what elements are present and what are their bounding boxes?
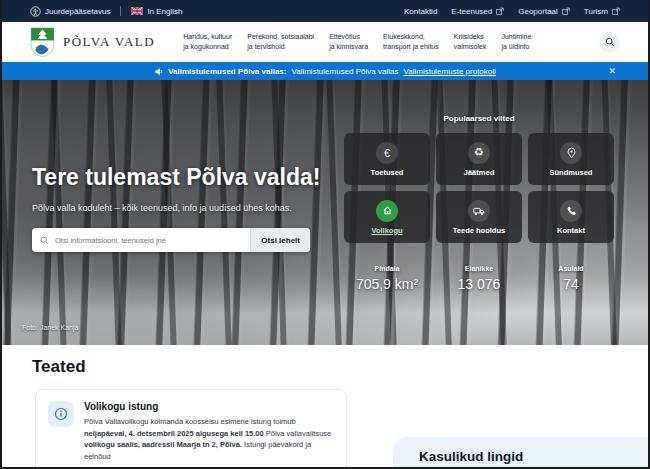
tile-jaatmed[interactable]: ♻ Jäätmed [436,133,522,185]
close-icon[interactable]: ✕ [608,67,616,76]
teated-heading: Teated [32,357,86,377]
home-icon [376,200,398,222]
megaphone-icon [154,67,163,76]
info-icon [48,401,74,427]
tile-teede-hooldus[interactable]: Teede hooldus [436,191,522,243]
hero-search-input[interactable] [49,236,250,245]
photo-credit: Foto: Janek Kanja [22,324,78,331]
news-card[interactable]: Volikogu istung Põlva Vallavolikogu kolm… [35,389,347,469]
language-label: In English [147,7,182,16]
topbar-link-turism[interactable]: Turism [584,7,620,16]
content-section: Teated Volikogu istung Põlva Vallavoliko… [2,345,648,469]
tile-grid: € Toetused ♻ Jäätmed Sündmused [344,133,614,243]
hero-title: Tere tulemast Põlva valda! [32,164,320,191]
tile-kontakt[interactable]: Kontakt [528,191,614,243]
nav-perekond[interactable]: Perekond, sotsiaalabija tervishoid [247,32,314,53]
recycle-icon: ♻ [468,142,490,164]
stat-pindala: Pindala 705,9 km² [344,265,430,292]
tile-sundmused[interactable]: Sündmused [528,133,614,185]
stat-elanikke: Elanikke 13 076 [436,265,522,292]
accessibility-label: Juurdepääsetavus [45,7,110,16]
search-icon [40,236,49,245]
uk-flag-icon [131,7,143,15]
truck-icon [468,200,490,222]
external-link-icon [562,7,570,15]
tile-volikogu[interactable]: Volikogu [344,191,430,243]
topbar-link-eteenused[interactable]: E-teenused [451,7,504,16]
popular-links-label: Populaarsed viited [344,114,614,123]
coat-of-arms-icon [30,27,55,58]
header-search-button[interactable] [599,32,620,53]
nav-haridus[interactable]: Haridus, kultuurja kogukonnad [183,32,232,53]
page: Juurdepääsetavus In English Kontaktid E-… [0,0,650,469]
stat-asulaid: Asulaid 74 [528,265,614,292]
phone-icon [560,200,582,222]
logo[interactable]: PÕLVA VALD [30,27,155,58]
euro-icon: € [376,142,398,164]
logo-text: PÕLVA VALD [63,34,155,50]
announcement-text: Valimistulemused Põlva vallas [291,67,398,76]
useful-links-panel: Kasulikud lingid [393,437,648,469]
topbar: Juurdepääsetavus In English Kontaktid E-… [2,0,648,22]
announcement-link[interactable]: Valimistulemuste protokoll [403,67,495,76]
header: PÕLVA VALD Haridus, kultuurja kogukonnad… [2,22,648,62]
main-nav: Haridus, kultuurja kogukonnad Perekond, … [183,32,589,53]
search-site-button[interactable]: Otsi lehelt [250,228,310,252]
stats-row: Pindala 705,9 km² Elanikke 13 076 Asulai… [344,265,614,292]
nav-elukeskkond[interactable]: Elukeskkond,transport ja ehitus [383,32,439,53]
hero-subtitle: Põlva valla koduleht – kõik teenused, in… [32,203,292,213]
tile-toetused[interactable]: € Toetused [344,133,430,185]
hero: Tere tulemast Põlva valda! Põlva valla k… [2,80,648,345]
search-icon [605,37,615,47]
popular-links-panel: Populaarsed viited € Toetused ♻ Jäätmed [344,114,614,292]
nav-ettevotlus[interactable]: Ettevõtlusja kinnisvara [329,32,368,53]
announcement-bold: Valimistulemused Põlva vallas: [168,67,286,76]
external-link-icon [612,7,620,15]
location-pin-icon [560,142,582,164]
topbar-link-kontaktid[interactable]: Kontaktid [404,7,437,16]
nav-juhtimine[interactable]: Juhtimineja üldinfo [501,32,531,53]
topbar-divider [120,6,121,16]
useful-links-heading: Kasulikud lingid [419,449,648,464]
announcement-bar: Valimistulemused Põlva vallas: Valimistu… [2,62,648,80]
nav-kriisideks[interactable]: Kriisideksvalmisolek [454,32,487,53]
hero-search-bar: Otsi lehelt [32,228,310,252]
news-body: Põlva Vallavolikogu kolmanda koosseisu e… [84,416,334,463]
accessibility-icon [30,6,41,17]
topbar-link-geoportaal[interactable]: Geoportaal [518,7,570,16]
language-link[interactable]: In English [131,7,182,16]
news-title: Volikogu istung [84,401,334,412]
accessibility-link[interactable]: Juurdepääsetavus [30,6,110,17]
external-link-icon [496,7,504,15]
